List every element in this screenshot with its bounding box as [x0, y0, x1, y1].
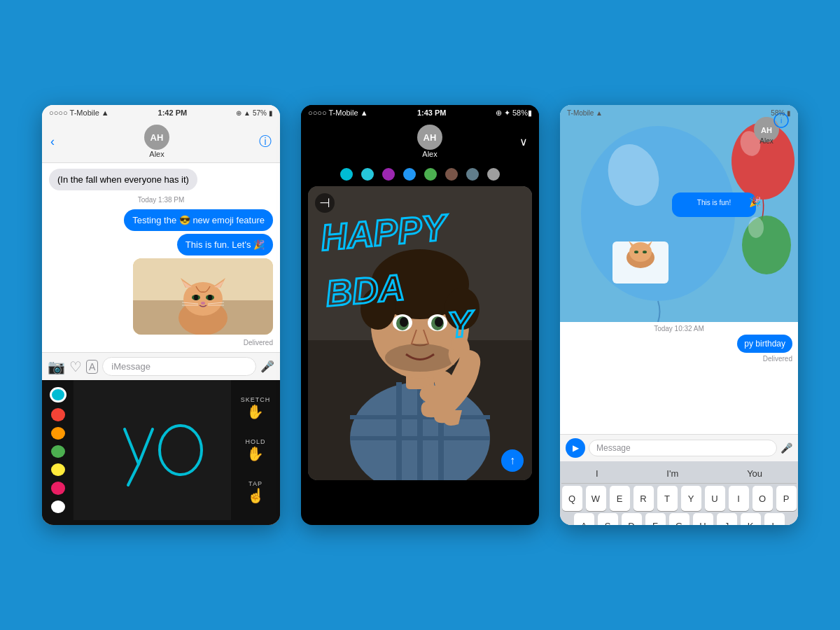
color-white[interactable]: [51, 500, 65, 513]
phone1-message-input[interactable]: iMessage: [102, 357, 256, 376]
phone3-status-bar: T-Mobile ▲ 58% ▮: [560, 105, 798, 120]
p2-color-teal[interactable]: [361, 168, 374, 181]
phone3-messages-area: Today 10:32 AM py birthday Delivered: [560, 322, 798, 434]
key-k[interactable]: K: [741, 513, 761, 525]
phone1-back-button[interactable]: ‹: [50, 134, 55, 149]
p2-color-green[interactable]: [424, 168, 437, 181]
color-cyan[interactable]: [50, 387, 66, 402]
phone2-camera-area: HAPPY BDA Y ⊣ ↑: [308, 186, 532, 480]
phone2-location-icon: ⊕: [496, 108, 502, 117]
phone1-messages-area: (In the fall when everyone has it) Today…: [42, 163, 280, 352]
phone1-color-picker: [42, 380, 74, 520]
p2-color-brown[interactable]: [445, 168, 458, 181]
phone3-msg-birthday: py birthday: [737, 335, 792, 353]
phone2-carrier: T-Mobile: [328, 108, 358, 117]
key-i[interactable]: I: [729, 486, 749, 511]
key-g[interactable]: G: [669, 513, 690, 525]
p2-color-purple[interactable]: [382, 168, 395, 181]
key-y[interactable]: Y: [681, 486, 701, 511]
phone-1: ○○○○ T-Mobile ▲ 1:42 PM ⊕ ▲ 57% ▮ ‹ AH A…: [42, 105, 280, 525]
phone3-message-input[interactable]: Message: [589, 440, 777, 456]
color-green[interactable]: [51, 445, 65, 458]
phone2-status-bar: ○○○○ T-Mobile ▲ 1:43 PM ⊕ ✦ 58%▮: [301, 105, 539, 120]
suggestion-you[interactable]: You: [741, 467, 768, 480]
phone3-send-button[interactable]: ▶: [566, 438, 585, 458]
svg-text:🎉: 🎉: [749, 196, 762, 208]
key-o[interactable]: O: [752, 486, 773, 511]
dt-tap-option[interactable]: TAP ☝: [247, 480, 265, 504]
suggestion-im[interactable]: I'm: [661, 467, 684, 480]
phone2-contact-name[interactable]: Alex: [422, 150, 437, 158]
color-pink[interactable]: [51, 482, 65, 494]
phone2-status-right: ⊕ ✦ 58%▮: [496, 108, 532, 118]
msg-image-kitten: [133, 258, 273, 335]
p2-color-blue[interactable]: [340, 168, 353, 181]
svg-point-17: [160, 426, 202, 475]
phone1-status-right: ⊕ ▲ 57% ▮: [236, 109, 273, 117]
phone3-balloon-area: T-Mobile ▲ 58% ▮: [560, 105, 798, 322]
dt-sketch-option[interactable]: SKETCH ✋: [241, 396, 271, 420]
phone2-battery: 58%: [512, 108, 528, 117]
key-h[interactable]: H: [693, 513, 713, 525]
svg-point-55: [748, 217, 764, 238]
phone1-input-bar: 📷 ♡ A iMessage 🎤: [42, 352, 280, 380]
phone1-apps-icon[interactable]: A: [86, 360, 98, 374]
phone1-nav-bar: ‹ AH Alex ⓘ: [42, 120, 280, 163]
p2-color-slate[interactable]: [466, 168, 479, 181]
key-r[interactable]: R: [634, 486, 654, 511]
phone2-bluetooth-icon: ✦: [504, 108, 510, 117]
svg-point-51: [643, 251, 647, 253]
phone-3: T-Mobile ▲ 58% ▮: [560, 105, 798, 525]
dt-hold-option[interactable]: HOLD ✋: [245, 438, 265, 462]
key-j[interactable]: J: [717, 513, 737, 525]
key-d[interactable]: D: [622, 513, 642, 525]
suggestion-i[interactable]: I: [590, 467, 604, 480]
phone3-timestamp: Today 10:32 AM: [566, 325, 792, 332]
keyboard-suggestions: I I'm You: [561, 464, 797, 484]
phone3-input-bar: ▶ Message 🎤: [560, 434, 798, 461]
phone1-battery-icon: ▮: [269, 109, 273, 117]
phone1-info-button[interactable]: ⓘ: [259, 133, 272, 150]
phone1-location-icon: ⊕: [236, 109, 241, 117]
key-t[interactable]: T: [657, 486, 678, 511]
key-l[interactable]: L: [764, 513, 785, 525]
color-orange[interactable]: [51, 427, 65, 440]
phone1-draw-canvas[interactable]: [74, 380, 231, 520]
key-p[interactable]: P: [776, 486, 797, 511]
phone2-wifi-icon: ▲: [360, 108, 368, 117]
phone1-nav-center: AH Alex: [144, 125, 169, 158]
color-yellow[interactable]: [51, 463, 65, 476]
phone1-contact-name[interactable]: Alex: [149, 150, 164, 158]
phone2-down-button[interactable]: ∨: [519, 135, 528, 148]
p2-color-gray[interactable]: [487, 168, 500, 181]
phone1-chevron[interactable]: ∧: [42, 520, 280, 525]
phone1-camera-icon[interactable]: 📷: [48, 358, 65, 375]
p2-color-indigo[interactable]: [403, 168, 416, 181]
key-s[interactable]: S: [598, 513, 618, 525]
key-a[interactable]: A: [574, 513, 594, 525]
phone2-expand-icon[interactable]: ⊣: [315, 193, 335, 213]
key-q[interactable]: Q: [562, 486, 582, 511]
phone-2: ○○○○ T-Mobile ▲ 1:43 PM ⊕ ✦ 58%▮ AH Alex…: [301, 105, 539, 525]
phone1-mic-icon[interactable]: 🎤: [260, 360, 274, 373]
svg-text:This is fun!: This is fun!: [697, 199, 731, 206]
key-u[interactable]: U: [705, 486, 725, 511]
svg-text:Y: Y: [446, 302, 477, 345]
phone2-send-button[interactable]: ↑: [501, 449, 524, 472]
svg-point-12: [201, 302, 205, 304]
phone1-time: 1:42 PM: [158, 108, 188, 117]
phone1-status-left: ○○○○ T-Mobile ▲: [49, 108, 109, 117]
keyboard-row-1: Q W E R T Y U I O P: [561, 486, 797, 511]
keyboard-row-2: A S D F G H J K L: [561, 513, 797, 525]
key-f[interactable]: F: [645, 513, 666, 525]
phone2-status-left: ○○○○ T-Mobile ▲: [308, 108, 368, 117]
key-e[interactable]: E: [610, 486, 630, 511]
phone2-selfie: HAPPY BDA Y ⊣ ↑: [308, 186, 532, 480]
phone3-mic-icon[interactable]: 🎤: [780, 442, 792, 454]
phone3-battery: 58% ▮: [771, 109, 791, 117]
color-red[interactable]: [51, 408, 65, 421]
key-w[interactable]: W: [586, 486, 606, 511]
phone2-nav-center: AH Alex: [417, 125, 442, 158]
phone1-dt-sidebar: SKETCH ✋ HOLD ✋ TAP ☝: [231, 380, 280, 520]
phone1-heart-icon[interactable]: ♡: [69, 358, 82, 375]
